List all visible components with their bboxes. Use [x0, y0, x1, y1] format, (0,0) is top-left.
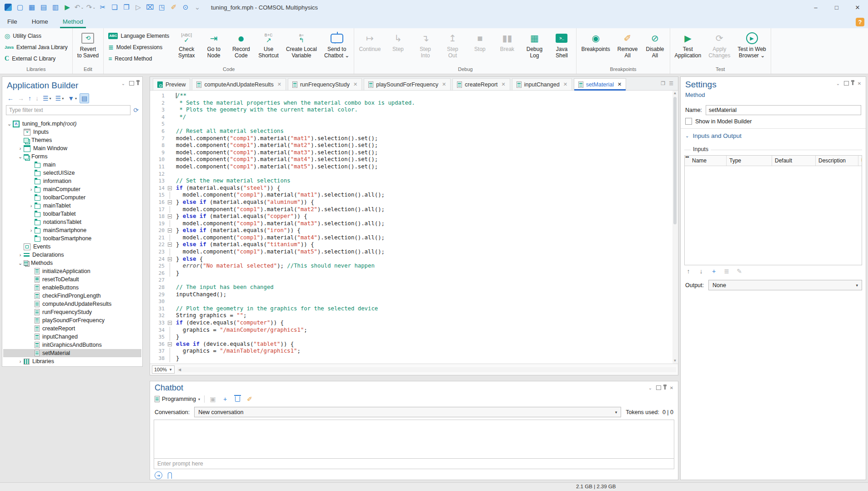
chat-prompt-input[interactable] — [154, 458, 674, 469]
fold-toggle-icon[interactable] — [167, 227, 173, 234]
customize-quick-access-icon[interactable]: ⌄ — [192, 2, 203, 13]
code-editor[interactable]: 1/**2 * Sets the material properties whe… — [150, 91, 678, 364]
tree-item-createreport[interactable]: createReport — [3, 324, 141, 333]
editor-tab-createreport[interactable]: createReport✕ — [452, 78, 510, 90]
editor-menu-icon[interactable]: ☰ — [669, 81, 673, 86]
panel-menu-icon[interactable]: ⌄ — [647, 385, 653, 390]
method-name-input[interactable] — [706, 105, 861, 115]
duplicate-icon[interactable]: ▷ — [133, 2, 144, 13]
add-row-icon[interactable]: + — [710, 267, 718, 275]
send-to-chatbot-button[interactable]: Send to Chatbot ⌄ — [321, 30, 353, 59]
tree-filter-input[interactable] — [6, 105, 130, 115]
conversation-dropdown[interactable]: New conversation ▾ — [194, 407, 621, 417]
tree-item-setmaterial[interactable]: setMaterial — [3, 349, 141, 357]
tree-item-computeandupdateresults[interactable]: computeAndUpdateResults — [3, 300, 141, 308]
chatbot-mode-dropdown[interactable]: Programming ▾ — [155, 396, 200, 402]
tree-item-initializeapplication[interactable]: initializeApplication — [3, 267, 141, 275]
delete-icon[interactable]: ⌧ — [145, 2, 156, 13]
expand-all-icon[interactable]: ☰▾ — [54, 94, 65, 103]
move-up-row-icon[interactable]: ↑ — [684, 267, 692, 275]
external-java-library-button[interactable]: JavaExternal Java Library — [1, 41, 71, 53]
inputs-table[interactable]: ▸▸ NameTypeDefaultDescriptionUnit — [684, 155, 862, 265]
float-panel-icon[interactable] — [129, 81, 134, 86]
record-code-button[interactable]: ●Record Code — [227, 30, 255, 59]
inputs-and-output-section-header[interactable]: ⌄ Inputs and Output — [685, 132, 742, 139]
close-panel-icon[interactable]: ✕ — [669, 385, 674, 390]
paste-icon[interactable]: ❐ — [121, 2, 132, 13]
tree-item-playsoundforfrequency[interactable]: playSoundForFrequency — [3, 316, 141, 324]
float-editor-icon[interactable]: ❐ — [661, 81, 665, 86]
column-header-unit[interactable]: Unit — [858, 156, 862, 166]
panel-menu-icon[interactable]: ⌄ — [120, 81, 126, 86]
select-region-icon[interactable]: ◳ — [156, 2, 167, 13]
move-down-row-icon[interactable]: ↓ — [697, 267, 705, 275]
use-shortcut-button[interactable]: B+C↗Use Shortcut — [255, 30, 282, 59]
debug-log-button[interactable]: ▦Debug Log — [521, 30, 548, 59]
cut-icon[interactable]: ✂ — [97, 2, 108, 13]
output-dropdown[interactable]: None ▾ — [708, 280, 862, 290]
fold-toggle-icon[interactable] — [167, 319, 173, 327]
filter-icon[interactable]: ▼▾ — [66, 94, 78, 103]
column-header-default[interactable]: Default — [772, 156, 816, 166]
tree-item-inputs[interactable]: Inputs — [3, 128, 141, 136]
expand-icon[interactable]: › — [17, 359, 24, 364]
close-panel-icon[interactable]: ✕ — [857, 81, 862, 86]
clear-conversation-icon[interactable]: ✐ — [246, 395, 254, 403]
editor-horizontal-scrollbar[interactable]: ◀ — [177, 367, 676, 372]
float-panel-icon[interactable] — [844, 81, 849, 86]
expand-icon[interactable]: › — [28, 203, 35, 208]
tree-item-themes[interactable]: Themes — [3, 136, 141, 144]
tree-item-declarations[interactable]: ›Declarations — [3, 251, 141, 259]
fold-toggle-icon[interactable] — [167, 213, 173, 220]
save-as-icon[interactable]: ▥ — [50, 2, 61, 13]
breakpoints-button[interactable]: ◉Breakpoints — [577, 30, 613, 52]
save-icon[interactable]: ▤ — [38, 2, 49, 13]
pin-panel-icon[interactable] — [664, 386, 666, 390]
tree-item-notationstablet[interactable]: notationsTablet — [3, 218, 141, 226]
ribbon-tab-method[interactable]: Method — [55, 15, 90, 28]
go-forward-icon[interactable]: → — [16, 94, 25, 103]
expand-icon[interactable]: › — [17, 146, 24, 151]
java-shell-button[interactable]: >_Java Shell — [548, 30, 575, 59]
expand-icon[interactable]: › — [17, 252, 24, 258]
tree-item-mainsmartphone[interactable]: ›mainSmartphone — [3, 226, 141, 234]
delete-conversation-icon[interactable] — [233, 395, 241, 403]
disable-all-button[interactable]: ⊘Disable All — [642, 30, 669, 59]
redo-icon[interactable]: ↷⌄ — [85, 2, 96, 13]
fold-toggle-icon[interactable] — [167, 185, 173, 192]
language-elements-button[interactable]: ABCLanguage Elements — [105, 30, 173, 41]
test-in-web-browser-button[interactable]: ▶Test in Web Browser ⌄ — [734, 30, 769, 59]
collapse-all-icon[interactable]: ☰▾ — [41, 94, 53, 103]
new-conversation-icon[interactable]: + — [221, 395, 229, 403]
close-tab-icon[interactable]: ✕ — [563, 81, 567, 87]
check-syntax-button[interactable]: [ABC]✓Check Syntax — [173, 30, 200, 59]
editor-zoom-control[interactable]: 100% ▼ — [152, 365, 175, 374]
column-header-type[interactable]: Type — [727, 156, 772, 166]
tree-item-runfrequencystudy[interactable]: runFrequencyStudy — [3, 308, 141, 316]
editor-tab-playsoundforfrequency[interactable]: playSoundForFrequency✕ — [364, 78, 451, 90]
tree-item-main[interactable]: main — [3, 161, 141, 169]
tree-item-inputchanged[interactable]: inputChanged — [3, 333, 141, 341]
run-application-icon[interactable]: ▶ — [62, 2, 73, 13]
move-up-icon[interactable]: ↑ — [27, 94, 33, 103]
fold-toggle-icon[interactable] — [167, 199, 173, 206]
new-file-icon[interactable]: ▢ — [15, 2, 25, 13]
collapse-icon[interactable]: ⌄ — [6, 121, 13, 127]
expand-icon[interactable]: › — [28, 228, 35, 233]
external-c-library-button[interactable]: CExternal C Library — [1, 53, 71, 64]
ribbon-tab-home[interactable]: Home — [25, 15, 55, 28]
tree-item-forms[interactable]: ⌄Forms — [3, 152, 141, 161]
model-data-access-toggle-icon[interactable]: ▤ — [80, 93, 89, 103]
close-tab-icon[interactable]: ✕ — [277, 81, 281, 87]
editor-tab-inputchanged[interactable]: inputChanged✕ — [512, 78, 572, 90]
column-header-name[interactable]: Name — [685, 156, 727, 166]
test-application-button[interactable]: ▶Test Application — [671, 30, 705, 59]
minimize-button[interactable]: – — [805, 0, 826, 15]
tree-item-information[interactable]: information — [3, 177, 141, 185]
tree-item-selectuisize[interactable]: selectUISize — [3, 169, 141, 177]
scrollbar-thumb[interactable] — [673, 97, 677, 224]
collapse-icon[interactable]: ⌄ — [17, 154, 24, 160]
close-tab-icon[interactable]: ✕ — [442, 81, 446, 87]
fold-toggle-icon[interactable] — [167, 256, 173, 263]
utility-class-button[interactable]: ◎Utility Class — [1, 30, 71, 41]
